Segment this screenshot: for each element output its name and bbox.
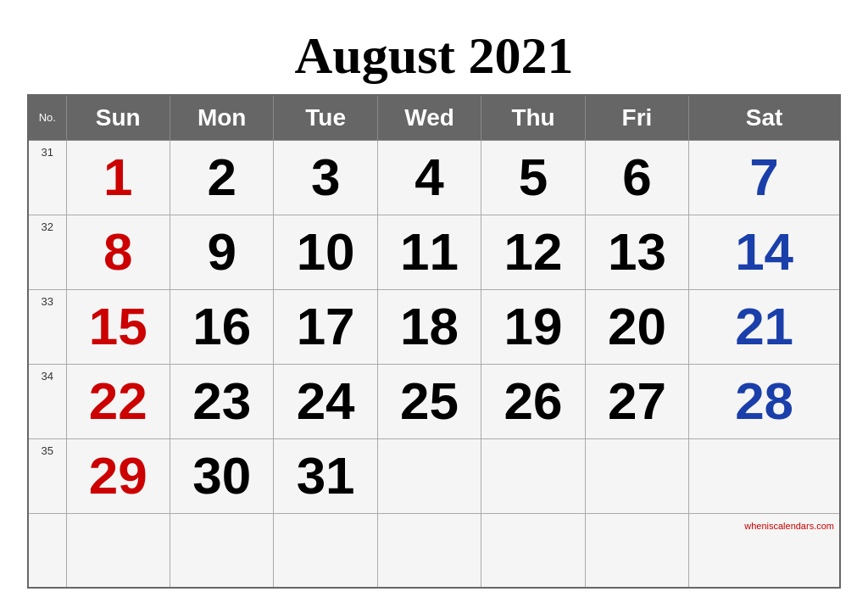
day-number: 25 — [383, 372, 476, 430]
day-number: 9 — [175, 223, 268, 281]
day-number: 22 — [72, 372, 164, 430]
calendar-cell: 8 — [66, 215, 170, 289]
header-sun: Sun — [66, 95, 170, 141]
calendar-cell: 5 — [481, 140, 585, 215]
calendar-row: 35293031 — [28, 438, 840, 513]
week-number: 34 — [28, 364, 66, 438]
calendar-cell — [274, 513, 377, 588]
day-number: 19 — [487, 298, 579, 355]
calendar-cell: 7 — [689, 140, 840, 215]
day-number: 26 — [487, 372, 579, 430]
day-number: 4 — [383, 148, 476, 206]
day-number: 3 — [279, 148, 371, 206]
calendar-cell: 15 — [66, 289, 170, 364]
calendar-cell: 13 — [585, 215, 688, 289]
header-row: No. Sun Mon Tue Wed Thu Fri Sat — [28, 95, 840, 141]
calendar-cell — [689, 438, 840, 513]
calendar-cell — [66, 513, 170, 588]
day-number: 7 — [694, 148, 834, 206]
calendar-cell: 19 — [481, 289, 585, 364]
calendar-cell: 12 — [481, 215, 585, 289]
header-no: No. — [28, 95, 66, 141]
calendar-cell: 2 — [170, 140, 273, 215]
calendar-cell: 21 — [689, 289, 840, 364]
watermark: wheniscalendars.com — [694, 517, 834, 531]
day-number: 2 — [175, 148, 268, 206]
day-number: 29 — [72, 447, 164, 505]
day-number: 30 — [175, 447, 268, 505]
calendar-cell: 10 — [274, 215, 377, 289]
day-number: 6 — [591, 148, 683, 206]
week-number: 31 — [28, 140, 66, 215]
calendar-cell: 30 — [170, 438, 273, 513]
calendar-cell: 23 — [170, 364, 273, 438]
calendar-cell: 28 — [689, 364, 840, 438]
calendar-cell: 16 — [170, 289, 273, 364]
calendar-cell: 25 — [377, 364, 481, 438]
calendar-cell — [377, 438, 481, 513]
calendar-title: August 2021 — [27, 25, 841, 86]
calendar-cell: 27 — [585, 364, 688, 438]
calendar-cell — [481, 513, 585, 588]
day-number: 1 — [72, 148, 164, 206]
header-mon: Mon — [170, 95, 273, 141]
calendar-cell: wheniscalendars.com — [689, 513, 840, 588]
day-number: 13 — [591, 223, 683, 281]
calendar-cell — [481, 438, 585, 513]
day-number: 28 — [694, 372, 834, 430]
calendar-cell: 22 — [66, 364, 170, 438]
day-number: 16 — [175, 298, 268, 355]
calendar-cell — [585, 513, 688, 588]
calendar-cell: 11 — [377, 215, 481, 289]
calendar-row: 3315161718192021 — [28, 289, 840, 364]
day-number: 20 — [591, 298, 683, 355]
calendar-row: 3422232425262728 — [28, 364, 840, 438]
header-tue: Tue — [274, 95, 377, 141]
week-number: 33 — [28, 289, 66, 364]
day-number: 12 — [487, 223, 579, 281]
day-number: 14 — [694, 223, 834, 281]
header-sat: Sat — [689, 95, 840, 141]
day-number: 11 — [383, 223, 476, 281]
calendar-cell: 18 — [377, 289, 481, 364]
calendar-cell: 26 — [481, 364, 585, 438]
week-number — [28, 513, 66, 588]
calendar-cell: 3 — [274, 140, 377, 215]
day-number: 21 — [694, 298, 834, 355]
day-number: 18 — [383, 298, 476, 355]
header-wed: Wed — [377, 95, 481, 141]
day-number: 27 — [591, 372, 683, 430]
day-number: 15 — [72, 298, 164, 355]
calendar-row: 32891011121314 — [28, 215, 840, 289]
calendar-cell: 6 — [585, 140, 688, 215]
calendar-cell: 24 — [274, 364, 377, 438]
calendar-cell: 9 — [170, 215, 273, 289]
calendar-cell: 4 — [377, 140, 481, 215]
day-number: 31 — [279, 447, 371, 505]
calendar-cell: 14 — [689, 215, 840, 289]
calendar-table: No. Sun Mon Tue Wed Thu Fri Sat 31123456… — [27, 94, 841, 589]
calendar-cell: 17 — [274, 289, 377, 364]
header-fri: Fri — [585, 95, 688, 141]
day-number: 23 — [175, 372, 268, 430]
week-number: 35 — [28, 438, 66, 513]
calendar-cell — [585, 438, 688, 513]
calendar-cell: 31 — [274, 438, 377, 513]
calendar-cell — [377, 513, 481, 588]
header-thu: Thu — [481, 95, 585, 141]
calendar-cell: 1 — [66, 140, 170, 215]
calendar-cell: 29 — [66, 438, 170, 513]
day-number: 8 — [72, 223, 164, 281]
calendar-row: 311234567 — [28, 140, 840, 215]
day-number: 10 — [279, 223, 371, 281]
calendar-row: wheniscalendars.com — [28, 513, 840, 588]
day-number: 5 — [487, 148, 579, 206]
calendar-container: August 2021 No. Sun Mon Tue Wed Thu Fri … — [27, 25, 841, 589]
calendar-cell — [170, 513, 273, 588]
calendar-cell: 20 — [585, 289, 688, 364]
week-number: 32 — [28, 215, 66, 289]
day-number: 17 — [279, 298, 371, 355]
day-number: 24 — [279, 372, 371, 430]
